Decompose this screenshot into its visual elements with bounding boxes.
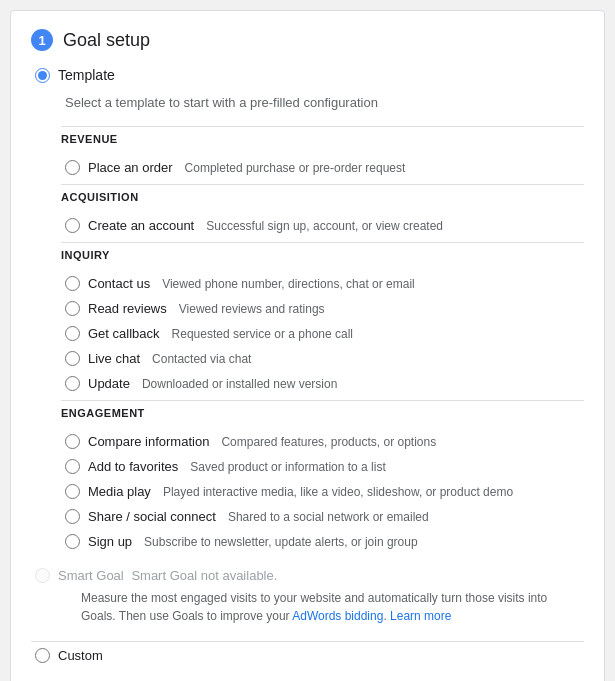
section-engagement: ENGAGEMENT Compare information Compared … — [61, 400, 584, 554]
section-acquisition-label: ACQUISITION — [61, 184, 584, 207]
list-item[interactable]: Get callback Requested service or a phon… — [61, 321, 584, 346]
read-reviews-label: Read reviews — [88, 301, 167, 316]
custom-radio[interactable] — [35, 648, 50, 663]
adwords-link[interactable]: AdWords bidding — [292, 609, 383, 623]
section-revenue: REVENUE Place an order Completed purchas… — [61, 126, 584, 180]
list-item[interactable]: Compare information Compared features, p… — [61, 429, 584, 454]
smart-goal-content: Smart Goal Smart Goal not available. Mea… — [58, 568, 584, 625]
compare-information-radio[interactable] — [65, 434, 80, 449]
get-callback-radio[interactable] — [65, 326, 80, 341]
section-inquiry: INQUIRY Contact us Viewed phone number, … — [61, 242, 584, 396]
list-item[interactable]: Media play Played interactive media, lik… — [61, 479, 584, 504]
section-revenue-label: REVENUE — [61, 126, 584, 149]
list-item[interactable]: Add to favorites Saved product or inform… — [61, 454, 584, 479]
add-to-favorites-label: Add to favorites — [88, 459, 178, 474]
create-account-desc: Successful sign up, account, or view cre… — [206, 219, 443, 233]
update-label: Update — [88, 376, 130, 391]
list-item[interactable]: Update Downloaded or installed new versi… — [61, 371, 584, 396]
contact-us-desc: Viewed phone number, directions, chat or… — [162, 277, 415, 291]
live-chat-desc: Contacted via chat — [152, 352, 251, 366]
list-item[interactable]: Sign up Subscribe to newsletter, update … — [61, 529, 584, 554]
custom-option[interactable]: Custom — [31, 641, 584, 663]
live-chat-label: Live chat — [88, 351, 140, 366]
update-radio[interactable] — [65, 376, 80, 391]
template-radio[interactable] — [35, 68, 50, 83]
get-callback-label: Get callback — [88, 326, 160, 341]
template-label[interactable]: Template — [58, 67, 115, 83]
live-chat-radio[interactable] — [65, 351, 80, 366]
smart-goal-section: Smart Goal Smart Goal not available. Mea… — [31, 568, 584, 625]
page-title: Goal setup — [63, 30, 150, 51]
sign-up-label: Sign up — [88, 534, 132, 549]
read-reviews-desc: Viewed reviews and ratings — [179, 302, 325, 316]
media-play-label: Media play — [88, 484, 151, 499]
learn-more-link[interactable]: Learn more — [390, 609, 451, 623]
media-play-desc: Played interactive media, like a video, … — [163, 485, 513, 499]
step-number: 1 — [31, 29, 53, 51]
add-to-favorites-radio[interactable] — [65, 459, 80, 474]
list-item[interactable]: Create an account Successful sign up, ac… — [61, 213, 584, 238]
list-item[interactable]: Contact us Viewed phone number, directio… — [61, 271, 584, 296]
smart-goal-note: Measure the most engaged visits to your … — [81, 589, 584, 625]
smart-goal-label: Smart Goal — [58, 568, 124, 583]
media-play-radio[interactable] — [65, 484, 80, 499]
template-option[interactable]: Template — [31, 67, 584, 83]
share-social-label: Share / social connect — [88, 509, 216, 524]
list-item[interactable]: Live chat Contacted via chat — [61, 346, 584, 371]
smart-goal-title-row: Smart Goal Smart Goal not available. — [58, 568, 584, 583]
compare-information-label: Compare information — [88, 434, 209, 449]
place-order-desc: Completed purchase or pre-order request — [185, 161, 406, 175]
sections-container: REVENUE Place an order Completed purchas… — [31, 126, 584, 554]
contact-us-label: Contact us — [88, 276, 150, 291]
section-inquiry-label: INQUIRY — [61, 242, 584, 265]
update-desc: Downloaded or installed new version — [142, 377, 337, 391]
section-acquisition: ACQUISITION Create an account Successful… — [61, 184, 584, 238]
sign-up-radio[interactable] — [65, 534, 80, 549]
create-account-radio[interactable] — [65, 218, 80, 233]
share-social-desc: Shared to a social network or emailed — [228, 510, 429, 524]
smart-goal-desc: Smart Goal not available. — [131, 568, 277, 583]
page-header: 1 Goal setup — [31, 29, 584, 51]
list-item[interactable]: Read reviews Viewed reviews and ratings — [61, 296, 584, 321]
custom-label[interactable]: Custom — [58, 648, 103, 663]
place-order-radio[interactable] — [65, 160, 80, 175]
list-item[interactable]: Place an order Completed purchase or pre… — [61, 155, 584, 180]
section-engagement-label: ENGAGEMENT — [61, 400, 584, 423]
share-social-radio[interactable] — [65, 509, 80, 524]
compare-information-desc: Compared features, products, or options — [221, 435, 436, 449]
goal-setup-card: 1 Goal setup Template Select a template … — [10, 10, 605, 681]
contact-us-radio[interactable] — [65, 276, 80, 291]
add-to-favorites-desc: Saved product or information to a list — [190, 460, 385, 474]
read-reviews-radio[interactable] — [65, 301, 80, 316]
sign-up-desc: Subscribe to newsletter, update alerts, … — [144, 535, 418, 549]
create-account-label: Create an account — [88, 218, 194, 233]
place-order-label: Place an order — [88, 160, 173, 175]
list-item[interactable]: Share / social connect Shared to a socia… — [61, 504, 584, 529]
smart-goal-radio — [35, 568, 50, 583]
get-callback-desc: Requested service or a phone call — [172, 327, 353, 341]
template-subtitle: Select a template to start with a pre-fi… — [65, 95, 584, 110]
